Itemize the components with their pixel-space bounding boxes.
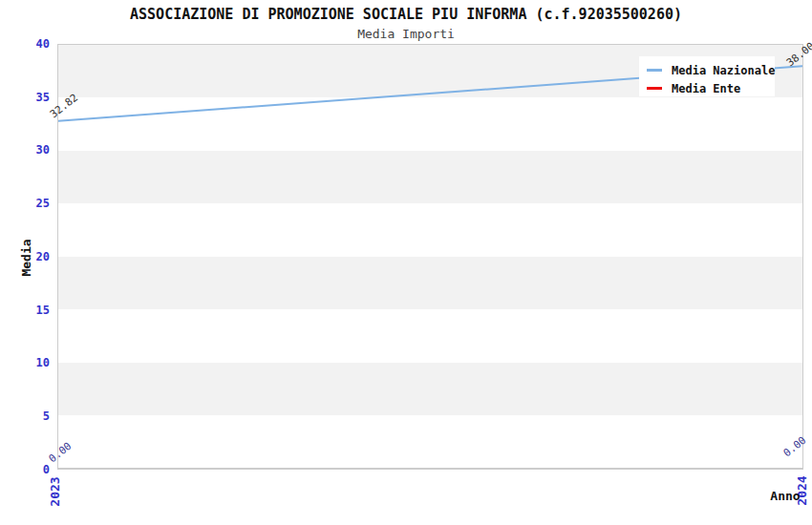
y-tick-35: 35 — [0, 91, 50, 104]
legend-item-media-ente: Media Ente — [647, 79, 775, 97]
legend-label-media-nazionale: Media Nazionale — [672, 64, 775, 77]
plot-area — [57, 44, 803, 470]
y-tick-25: 25 — [0, 197, 50, 210]
y-tick-15: 15 — [0, 304, 50, 317]
media-nazionale-line-swatch-icon — [647, 69, 662, 72]
legend-label-media-ente: Media Ente — [672, 82, 740, 95]
chart-subtitle: Media Importi — [0, 27, 812, 41]
x-tick-2023: 2023 — [48, 476, 62, 506]
chart-legend: Media Nazionale Media Ente — [639, 56, 775, 96]
y-tick-40: 40 — [0, 37, 50, 51]
x-axis-title: Anno — [770, 489, 800, 503]
y-tick-5: 5 — [0, 410, 50, 423]
y-tick-10: 10 — [0, 356, 50, 369]
chart-title: ASSOCIAZIONE DI PROMOZIONE SOCIALE PIU I… — [0, 6, 812, 23]
series-lines-svg — [58, 45, 802, 469]
legend-item-media-nazionale: Media Nazionale — [647, 61, 775, 79]
y-axis-title: Media — [19, 239, 33, 276]
chart-page: { "header": { "title": "ASSOCIAZIONE DI … — [0, 0, 812, 525]
y-tick-0: 0 — [0, 463, 50, 476]
y-tick-30: 30 — [0, 143, 50, 157]
media-ente-line-swatch-icon — [647, 87, 662, 90]
